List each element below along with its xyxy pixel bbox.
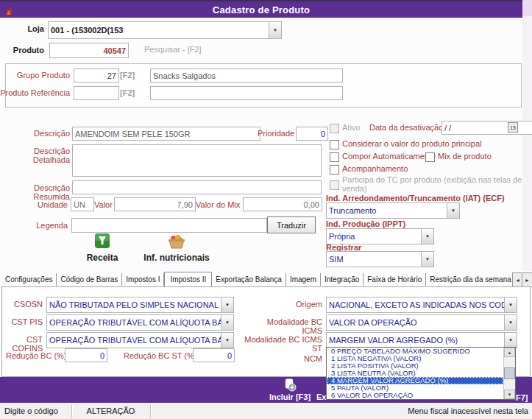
tab-scroll-right-icon[interactable]: ► (522, 272, 532, 287)
iat-combo[interactable]: Truncamento ▼ (326, 203, 460, 219)
unidade-input[interactable]: UN (71, 197, 94, 211)
traduzir-button[interactable]: Traduzir (267, 216, 316, 233)
status-separator (150, 405, 151, 418)
loja-combo[interactable]: 001 - (153002D(153 ▼ (48, 21, 282, 39)
unidade-value: UN (74, 200, 85, 209)
scroll-down-icon[interactable]: ▼ (504, 390, 515, 399)
valor-input[interactable]: 7,90 (114, 197, 196, 211)
mix-produto-checkbox[interactable] (425, 152, 435, 162)
ativo-checkbox[interactable] (330, 124, 339, 133)
tab-strip: Configurações Código de Barras Impostos … (1, 270, 512, 286)
dropdown-option[interactable]: 0 PREÇO TABELADO MÁXIMO SUGERIDO (327, 348, 503, 355)
calendar-icon[interactable]: 15 (508, 122, 518, 133)
reducao-bc-st-input[interactable]: 0 (193, 348, 235, 362)
produto-referencia-code-input[interactable] (74, 86, 119, 100)
valor-mix-value: 0,00 (304, 200, 319, 209)
nutrition-basket-icon[interactable] (167, 233, 186, 249)
mod-bc-icms-st-combo[interactable]: MARGEM VALOR AGREGADO (%) ▼ (326, 332, 517, 348)
dropdown-option[interactable]: 6 VALOR DA OPERAÇÃO (327, 392, 503, 399)
ippt-combo[interactable]: Própria ▼ (326, 228, 434, 244)
tab-integracao[interactable]: Integração (321, 273, 363, 286)
participa-tc-checkbox[interactable] (330, 180, 339, 190)
window-edge (522, 16, 532, 271)
chevron-down-icon[interactable]: ▼ (504, 333, 517, 348)
legenda-input[interactable] (71, 218, 267, 233)
prioridade-label: Prioridade (258, 129, 294, 138)
status-right: Menu fiscal inacessível nesta tela (408, 406, 528, 415)
descricao-input[interactable]: AMENDOIM SEM PELE 150GR (72, 127, 260, 141)
produto-referencia-nome-input[interactable] (150, 86, 343, 100)
excluir-button-partial[interactable]: Ex (316, 392, 326, 401)
valor-mix-input[interactable]: 0,00 (243, 197, 322, 211)
f7-button-partial[interactable]: F7] (516, 393, 528, 402)
mix-produto-label: Mix de produto (438, 152, 492, 161)
pesquisar-hint: Pesquisar - [F2] (144, 45, 202, 54)
loja-label: Loja (11, 24, 44, 33)
tab-configuracoes[interactable]: Configurações (1, 273, 57, 286)
chevron-down-icon[interactable]: ▼ (504, 315, 517, 330)
descricao-detalhada-textarea[interactable] (72, 144, 322, 177)
mod-bc-icms-combo[interactable]: VALOR DA OPERAÇÃO ▼ (326, 314, 517, 331)
dropdown-option[interactable]: 3 LISTA NEUTRA (VALOR) (327, 370, 503, 377)
produto-input[interactable]: 40547 (49, 43, 129, 58)
chevron-down-icon[interactable]: ▼ (221, 297, 233, 312)
tab-codigo-de-barras[interactable]: Código de Barras (57, 273, 122, 286)
tab-restricao-dia-semana[interactable]: Restrição dia da semana (426, 273, 512, 286)
incluir-button[interactable]: Incluir [F3] (259, 392, 321, 401)
cst-cofins-combo[interactable]: OPERAÇÃO TRIBUTÁVEL COM ALÍQUOTA BÁSICA … (46, 332, 234, 348)
inf-nutricionais-label[interactable]: Inf. nutricionais (142, 253, 211, 263)
mod-bc-icms-label: Modalidade BC ICMS (247, 317, 322, 335)
chevron-down-icon[interactable]: ▼ (269, 22, 281, 38)
grupo-produto-nome-input[interactable]: Snacks Salgados (150, 68, 343, 82)
ncm-label: NCM (297, 354, 322, 363)
chevron-down-icon[interactable]: ▼ (421, 229, 433, 244)
chevron-down-icon[interactable]: ▼ (221, 315, 233, 330)
tab-faixa-de-horario[interactable]: Faixa de Horário (363, 273, 426, 286)
descricao-value: AMENDOIM SEM PELE 150GR (75, 130, 191, 138)
receita-icon[interactable] (94, 233, 110, 249)
tab-imagem[interactable]: Imagem (286, 273, 321, 286)
registrar-value: SIM (327, 252, 421, 267)
tab-impostos-2[interactable]: Impostos II (164, 272, 212, 286)
reducao-bc-label: Redução BC (%) (6, 351, 67, 360)
cst-cofins-value: OPERAÇÃO TRIBUTÁVEL COM ALÍQUOTA BÁSICA (47, 333, 221, 348)
scrollbar-thumb[interactable] (504, 367, 515, 379)
origem-label: Origem (287, 300, 322, 309)
compor-checkbox[interactable] (330, 152, 339, 162)
status-left: Digite o código (4, 406, 58, 415)
receita-label[interactable]: Receita (76, 253, 129, 263)
dropdown-option[interactable]: 5 PAUTA (VALOR) (327, 384, 503, 392)
tab-exportacao-balanca[interactable]: Exportação Balança (212, 273, 286, 286)
csosn-combo[interactable]: NÃO TRIBUTADA PELO SIMPLES NACIONAL ▼ (46, 297, 234, 313)
chevron-down-icon[interactable]: ▼ (421, 252, 433, 267)
iat-label: Ind. Arredondamento/Truncamento (IAT) (E… (326, 194, 505, 203)
dropdown-scrollbar[interactable]: ▲ ▼ (503, 348, 515, 399)
dropdown-option[interactable]: 2 LISTA POSITIVA (VALOR) (327, 362, 503, 370)
registrar-combo[interactable]: SIM ▼ (326, 251, 434, 267)
chevron-down-icon[interactable]: ▼ (447, 203, 459, 218)
origem-combo[interactable]: NACIONAL, EXCETO AS INDICADAS NOS CODIGO… (326, 297, 517, 313)
reducao-bc-input[interactable]: 0 (65, 348, 107, 362)
cst-pis-label: CST PIS (0, 317, 43, 326)
acompanhamento-checkbox[interactable] (330, 165, 339, 175)
scroll-up-icon[interactable]: ▲ (504, 348, 515, 357)
dropdown-option-selected[interactable]: 4 MARGEM VALOR AGREGADO (%) (327, 377, 503, 384)
descricao-detalhada-label: Descrição Detalhada (24, 147, 70, 164)
grupo-produto-code-input[interactable]: 27 (74, 68, 119, 82)
prioridade-input[interactable]: 0 (296, 127, 328, 141)
window-edge-top (522, 0, 532, 16)
descricao-resumida-input[interactable] (72, 180, 322, 194)
reducao-bc-st-value: 0 (227, 351, 232, 360)
ativo-label: Ativo (342, 123, 360, 132)
valor-label: Valor (94, 200, 113, 209)
dropdown-option[interactable]: 1 LISTA NEGATIVA (VALOR) (327, 355, 503, 362)
data-desativacao-input[interactable]: / / (441, 121, 532, 135)
incluir-icon[interactable] (283, 378, 297, 392)
tab-impostos-1[interactable]: Impostos I (122, 273, 164, 286)
chevron-down-icon[interactable]: ▼ (504, 297, 517, 312)
considerar-checkbox[interactable] (330, 140, 339, 149)
chevron-down-icon[interactable]: ▼ (221, 333, 233, 348)
grupo-produto-nome: Snacks Salgados (153, 71, 216, 80)
produto-label: Produto (7, 46, 44, 54)
cst-pis-combo[interactable]: OPERAÇÃO TRIBUTÁVEL COM ALÍQUOTA BÁSICA … (46, 314, 234, 331)
